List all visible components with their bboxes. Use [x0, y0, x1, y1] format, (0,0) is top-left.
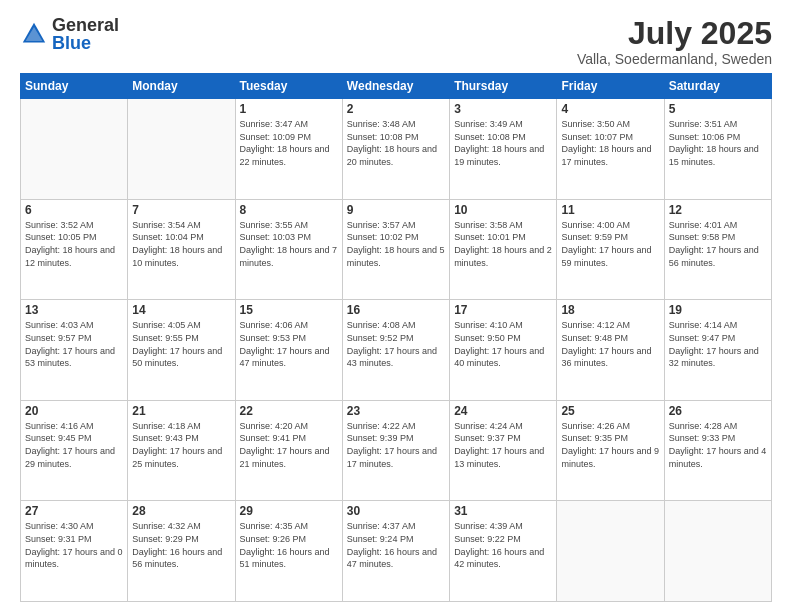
calendar-cell: 28Sunrise: 4:32 AMSunset: 9:29 PMDayligh… — [128, 501, 235, 602]
calendar-cell: 31Sunrise: 4:39 AMSunset: 9:22 PMDayligh… — [450, 501, 557, 602]
day-info: Sunrise: 4:06 AMSunset: 9:53 PMDaylight:… — [240, 319, 338, 369]
weekday-header-row: SundayMondayTuesdayWednesdayThursdayFrid… — [21, 74, 772, 99]
calendar-table: SundayMondayTuesdayWednesdayThursdayFrid… — [20, 73, 772, 602]
day-info: Sunrise: 3:54 AMSunset: 10:04 PMDaylight… — [132, 219, 230, 269]
day-number: 15 — [240, 303, 338, 317]
day-info: Sunrise: 4:05 AMSunset: 9:55 PMDaylight:… — [132, 319, 230, 369]
day-number: 9 — [347, 203, 445, 217]
day-number: 18 — [561, 303, 659, 317]
calendar-cell: 14Sunrise: 4:05 AMSunset: 9:55 PMDayligh… — [128, 300, 235, 401]
day-number: 23 — [347, 404, 445, 418]
day-number: 21 — [132, 404, 230, 418]
logo-text: General Blue — [52, 16, 119, 52]
calendar-cell: 9Sunrise: 3:57 AMSunset: 10:02 PMDayligh… — [342, 199, 449, 300]
day-number: 6 — [25, 203, 123, 217]
calendar-cell: 2Sunrise: 3:48 AMSunset: 10:08 PMDayligh… — [342, 99, 449, 200]
header: General Blue July 2025 Valla, Soedermanl… — [20, 16, 772, 67]
day-info: Sunrise: 4:20 AMSunset: 9:41 PMDaylight:… — [240, 420, 338, 470]
day-number: 24 — [454, 404, 552, 418]
day-number: 14 — [132, 303, 230, 317]
day-number: 20 — [25, 404, 123, 418]
day-number: 29 — [240, 504, 338, 518]
calendar-cell — [557, 501, 664, 602]
day-info: Sunrise: 4:39 AMSunset: 9:22 PMDaylight:… — [454, 520, 552, 570]
calendar-cell: 18Sunrise: 4:12 AMSunset: 9:48 PMDayligh… — [557, 300, 664, 401]
weekday-header-tuesday: Tuesday — [235, 74, 342, 99]
week-row-3: 13Sunrise: 4:03 AMSunset: 9:57 PMDayligh… — [21, 300, 772, 401]
calendar-cell: 8Sunrise: 3:55 AMSunset: 10:03 PMDayligh… — [235, 199, 342, 300]
logo-blue: Blue — [52, 33, 91, 53]
calendar-cell — [21, 99, 128, 200]
calendar-cell: 27Sunrise: 4:30 AMSunset: 9:31 PMDayligh… — [21, 501, 128, 602]
day-number: 16 — [347, 303, 445, 317]
logo-icon — [20, 20, 48, 48]
calendar-cell: 23Sunrise: 4:22 AMSunset: 9:39 PMDayligh… — [342, 400, 449, 501]
calendar-cell: 26Sunrise: 4:28 AMSunset: 9:33 PMDayligh… — [664, 400, 771, 501]
day-number: 2 — [347, 102, 445, 116]
day-info: Sunrise: 3:49 AMSunset: 10:08 PMDaylight… — [454, 118, 552, 168]
calendar-cell: 1Sunrise: 3:47 AMSunset: 10:09 PMDayligh… — [235, 99, 342, 200]
day-info: Sunrise: 4:18 AMSunset: 9:43 PMDaylight:… — [132, 420, 230, 470]
day-info: Sunrise: 3:50 AMSunset: 10:07 PMDaylight… — [561, 118, 659, 168]
calendar-cell: 6Sunrise: 3:52 AMSunset: 10:05 PMDayligh… — [21, 199, 128, 300]
day-info: Sunrise: 4:14 AMSunset: 9:47 PMDaylight:… — [669, 319, 767, 369]
day-number: 3 — [454, 102, 552, 116]
calendar-cell: 24Sunrise: 4:24 AMSunset: 9:37 PMDayligh… — [450, 400, 557, 501]
day-info: Sunrise: 3:47 AMSunset: 10:09 PMDaylight… — [240, 118, 338, 168]
day-info: Sunrise: 4:10 AMSunset: 9:50 PMDaylight:… — [454, 319, 552, 369]
day-info: Sunrise: 4:24 AMSunset: 9:37 PMDaylight:… — [454, 420, 552, 470]
day-info: Sunrise: 4:30 AMSunset: 9:31 PMDaylight:… — [25, 520, 123, 570]
day-number: 7 — [132, 203, 230, 217]
day-info: Sunrise: 3:55 AMSunset: 10:03 PMDaylight… — [240, 219, 338, 269]
day-number: 1 — [240, 102, 338, 116]
calendar-cell: 13Sunrise: 4:03 AMSunset: 9:57 PMDayligh… — [21, 300, 128, 401]
weekday-header-sunday: Sunday — [21, 74, 128, 99]
calendar-cell: 15Sunrise: 4:06 AMSunset: 9:53 PMDayligh… — [235, 300, 342, 401]
day-number: 11 — [561, 203, 659, 217]
day-info: Sunrise: 3:57 AMSunset: 10:02 PMDaylight… — [347, 219, 445, 269]
day-number: 31 — [454, 504, 552, 518]
day-info: Sunrise: 4:28 AMSunset: 9:33 PMDaylight:… — [669, 420, 767, 470]
calendar-cell: 22Sunrise: 4:20 AMSunset: 9:41 PMDayligh… — [235, 400, 342, 501]
calendar-cell: 19Sunrise: 4:14 AMSunset: 9:47 PMDayligh… — [664, 300, 771, 401]
location-subtitle: Valla, Soedermanland, Sweden — [577, 51, 772, 67]
logo-general: General — [52, 15, 119, 35]
weekday-header-friday: Friday — [557, 74, 664, 99]
calendar-cell: 30Sunrise: 4:37 AMSunset: 9:24 PMDayligh… — [342, 501, 449, 602]
calendar-cell — [128, 99, 235, 200]
day-info: Sunrise: 4:01 AMSunset: 9:58 PMDaylight:… — [669, 219, 767, 269]
logo: General Blue — [20, 16, 119, 52]
calendar-cell: 29Sunrise: 4:35 AMSunset: 9:26 PMDayligh… — [235, 501, 342, 602]
week-row-2: 6Sunrise: 3:52 AMSunset: 10:05 PMDayligh… — [21, 199, 772, 300]
day-number: 5 — [669, 102, 767, 116]
title-block: July 2025 Valla, Soedermanland, Sweden — [577, 16, 772, 67]
day-number: 30 — [347, 504, 445, 518]
day-number: 28 — [132, 504, 230, 518]
calendar-cell: 3Sunrise: 3:49 AMSunset: 10:08 PMDayligh… — [450, 99, 557, 200]
day-info: Sunrise: 3:52 AMSunset: 10:05 PMDaylight… — [25, 219, 123, 269]
day-info: Sunrise: 4:16 AMSunset: 9:45 PMDaylight:… — [25, 420, 123, 470]
weekday-header-saturday: Saturday — [664, 74, 771, 99]
page: General Blue July 2025 Valla, Soedermanl… — [0, 0, 792, 612]
day-number: 10 — [454, 203, 552, 217]
calendar-cell: 16Sunrise: 4:08 AMSunset: 9:52 PMDayligh… — [342, 300, 449, 401]
calendar-cell: 7Sunrise: 3:54 AMSunset: 10:04 PMDayligh… — [128, 199, 235, 300]
calendar-cell: 4Sunrise: 3:50 AMSunset: 10:07 PMDayligh… — [557, 99, 664, 200]
day-info: Sunrise: 4:03 AMSunset: 9:57 PMDaylight:… — [25, 319, 123, 369]
calendar-cell: 12Sunrise: 4:01 AMSunset: 9:58 PMDayligh… — [664, 199, 771, 300]
day-number: 17 — [454, 303, 552, 317]
week-row-1: 1Sunrise: 3:47 AMSunset: 10:09 PMDayligh… — [21, 99, 772, 200]
day-number: 25 — [561, 404, 659, 418]
day-info: Sunrise: 4:22 AMSunset: 9:39 PMDaylight:… — [347, 420, 445, 470]
calendar-cell: 5Sunrise: 3:51 AMSunset: 10:06 PMDayligh… — [664, 99, 771, 200]
weekday-header-thursday: Thursday — [450, 74, 557, 99]
day-number: 19 — [669, 303, 767, 317]
day-info: Sunrise: 4:32 AMSunset: 9:29 PMDaylight:… — [132, 520, 230, 570]
calendar-cell: 17Sunrise: 4:10 AMSunset: 9:50 PMDayligh… — [450, 300, 557, 401]
day-number: 4 — [561, 102, 659, 116]
calendar-cell: 20Sunrise: 4:16 AMSunset: 9:45 PMDayligh… — [21, 400, 128, 501]
calendar-cell: 10Sunrise: 3:58 AMSunset: 10:01 PMDaylig… — [450, 199, 557, 300]
day-info: Sunrise: 3:58 AMSunset: 10:01 PMDaylight… — [454, 219, 552, 269]
day-info: Sunrise: 4:00 AMSunset: 9:59 PMDaylight:… — [561, 219, 659, 269]
day-info: Sunrise: 4:08 AMSunset: 9:52 PMDaylight:… — [347, 319, 445, 369]
